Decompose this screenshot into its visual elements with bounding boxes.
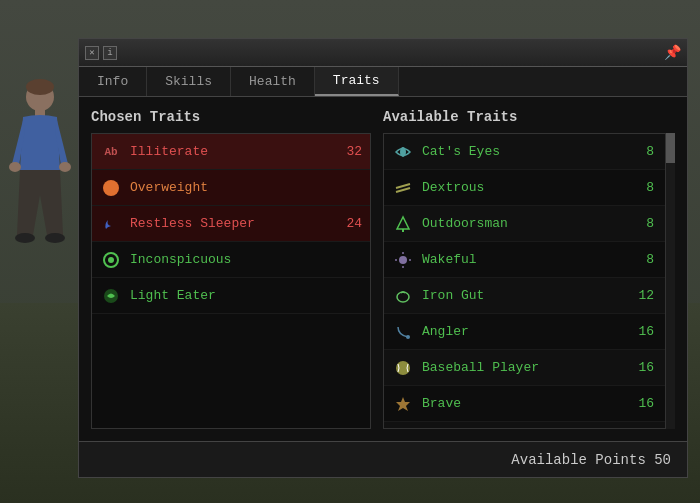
svg-point-21	[397, 292, 409, 302]
tab-skills[interactable]: Skills	[147, 67, 231, 96]
trait-cost: 8	[646, 144, 654, 159]
trait-cost: 16	[638, 360, 654, 375]
trait-name: Cat's Eyes	[422, 144, 646, 159]
content-area: Chosen Traits Ab Illiterate 32 Overweigh…	[79, 97, 687, 441]
chosen-traits-list: Ab Illiterate 32 Overweight	[91, 133, 371, 429]
close-button[interactable]: ✕	[85, 46, 99, 60]
scrollbar-thumb[interactable]	[666, 133, 675, 163]
svg-point-4	[59, 162, 71, 172]
title-bar: ✕ i 📌	[79, 39, 687, 67]
list-item[interactable]: Brave 16	[384, 386, 674, 422]
wakeful-icon	[392, 249, 414, 271]
svg-marker-24	[396, 397, 410, 411]
list-item[interactable]: Cat's Eyes 8	[384, 134, 674, 170]
trait-cost: 12	[638, 288, 654, 303]
angler-icon	[392, 321, 414, 343]
chosen-traits-title: Chosen Traits	[91, 109, 371, 125]
outdoorsman-icon	[392, 213, 414, 235]
trait-name: Dextrous	[422, 180, 646, 195]
trait-name: Angler	[422, 324, 638, 339]
list-item[interactable]: Outdoorsman 8	[384, 206, 674, 242]
svg-point-22	[406, 335, 410, 339]
available-traits-list: Cat's Eyes 8 Dextrous 8	[383, 133, 675, 429]
list-item[interactable]: Overweight	[92, 170, 370, 206]
trait-name: Wakeful	[422, 252, 646, 267]
illiterate-icon: Ab	[100, 141, 122, 163]
tab-bar: Info Skills Health Traits	[79, 67, 687, 97]
tab-health[interactable]: Health	[231, 67, 315, 96]
list-item[interactable]: Iron Gut 12	[384, 278, 674, 314]
svg-point-1	[26, 79, 54, 95]
info-button[interactable]: i	[103, 46, 117, 60]
pin-icon[interactable]: 📌	[664, 44, 681, 61]
trait-name: Illiterate	[130, 144, 346, 159]
list-item[interactable]: Ab Illiterate 32	[92, 134, 370, 170]
dextrous-icon	[392, 177, 414, 199]
scrollbar[interactable]	[665, 133, 675, 429]
svg-point-11	[400, 147, 406, 157]
trait-cost: 16	[638, 396, 654, 411]
trait-name: Brave	[422, 396, 638, 411]
firstaider-icon	[392, 429, 414, 430]
bottom-bar: Available Points 50	[79, 441, 687, 477]
svg-point-7	[103, 180, 119, 196]
chosen-traits-panel: Chosen Traits Ab Illiterate 32 Overweigh…	[91, 109, 371, 429]
trait-name: Light Eater	[130, 288, 362, 303]
baseball-icon	[392, 357, 414, 379]
svg-point-16	[399, 256, 407, 264]
brave-icon	[392, 393, 414, 415]
tab-info[interactable]: Info	[79, 67, 147, 96]
trait-name: Restless Sleeper	[130, 216, 346, 231]
available-traits-title: Available Traits	[383, 109, 675, 125]
main-window: ✕ i 📌 Info Skills Health Traits Chosen T…	[78, 38, 688, 478]
restless-icon	[100, 213, 122, 235]
irongut-icon	[392, 285, 414, 307]
trait-cost: 16	[638, 324, 654, 339]
available-list-wrapper: Cat's Eyes 8 Dextrous 8	[383, 133, 675, 429]
list-item[interactable]: Inconspicuous	[92, 242, 370, 278]
trait-name: Outdoorsman	[422, 216, 646, 231]
list-item[interactable]: First Aider 16	[384, 422, 674, 429]
trait-name: Iron Gut	[422, 288, 638, 303]
inconspicuous-icon	[100, 249, 122, 271]
svg-point-6	[45, 233, 65, 243]
svg-point-3	[9, 162, 21, 172]
list-item[interactable]: Dextrous 8	[384, 170, 674, 206]
svg-point-23	[396, 361, 410, 375]
svg-line-12	[396, 184, 410, 188]
trait-cost: 24	[346, 216, 362, 231]
list-item[interactable]: Restless Sleeper 24	[92, 206, 370, 242]
trait-cost: 8	[646, 252, 654, 267]
available-points-label: Available Points 50	[511, 452, 671, 468]
lighteater-icon	[100, 285, 122, 307]
list-item[interactable]: Wakeful 8	[384, 242, 674, 278]
svg-point-5	[15, 233, 35, 243]
catseyes-icon	[392, 141, 414, 163]
trait-name: Inconspicuous	[130, 252, 362, 267]
trait-cost: 8	[646, 216, 654, 231]
overweight-icon	[100, 177, 122, 199]
trait-name: Baseball Player	[422, 360, 638, 375]
svg-line-13	[396, 188, 410, 192]
character-figure	[5, 75, 75, 285]
tab-traits[interactable]: Traits	[315, 67, 399, 96]
list-item[interactable]: Light Eater	[92, 278, 370, 314]
trait-cost: 32	[346, 144, 362, 159]
svg-marker-14	[397, 217, 409, 229]
available-traits-panel: Available Traits Cat's Eyes 8	[383, 109, 675, 429]
title-bar-controls: ✕ i	[85, 46, 117, 60]
list-item[interactable]: Angler 16	[384, 314, 674, 350]
list-item[interactable]: Baseball Player 16	[384, 350, 674, 386]
svg-point-9	[108, 257, 114, 263]
trait-cost: 8	[646, 180, 654, 195]
trait-name: Overweight	[130, 180, 362, 195]
